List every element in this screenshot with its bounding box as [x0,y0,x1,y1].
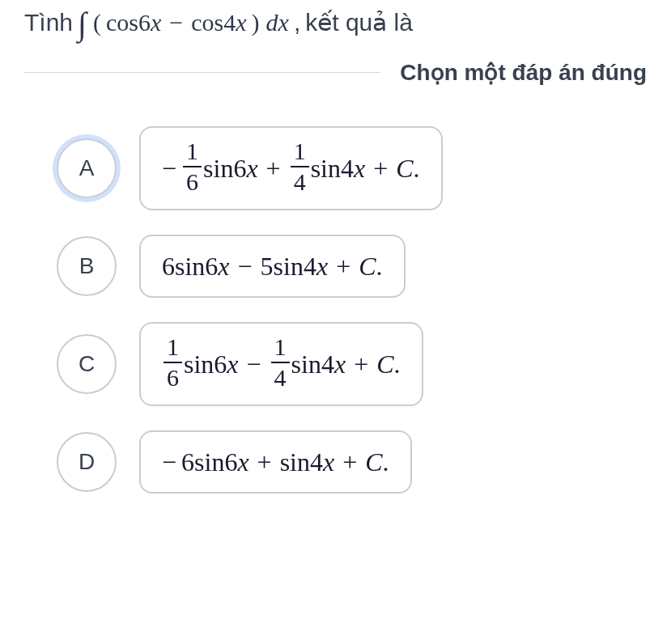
q-minus: − [169,9,183,36]
option-letter-B: B [79,253,95,279]
D-sin2-x: x [323,447,334,477]
D-sin2: sin4 [280,447,323,477]
option-row-A: A − 1 6 sin6x + 1 4 sin4x + C. [57,126,647,210]
C-sin1-x: x [227,350,238,379]
C-dot: . [394,350,401,379]
C-sin1: sin6 [184,350,227,379]
B-sin1: 6sin6 [162,252,218,282]
B-op1: − [238,252,253,282]
B-sin1-x: x [218,252,229,282]
B-C: C [359,252,376,282]
q-comma: , [294,9,300,36]
option-row-C: C 1 6 sin6x − 1 4 sin4x + C. [57,322,647,406]
C-sin2: sin4 [291,350,334,379]
A-frac2: 1 4 [291,139,309,194]
open-paren: ( [93,9,101,36]
option-row-B: B 6sin6x − 5sin4x + C. [57,235,647,298]
C-sin2-x: x [334,350,346,379]
D-op2: + [342,447,357,477]
C-frac2: 1 4 [271,335,290,390]
A-dot: . [414,154,420,184]
instruction-text: Chọn một đáp án đúng [400,59,647,86]
question-prefix: Tình [24,9,73,36]
C-frac2-num: 1 [271,335,290,363]
instruction-row: Chọn một đáp án đúng [24,59,647,86]
close-paren: ) [252,9,260,36]
D-op1: + [257,447,272,477]
B-op2: + [336,252,350,282]
option-radio-A[interactable]: A [57,138,117,198]
C-frac1: 1 6 [164,335,182,390]
A-C: C [396,154,413,184]
option-letter-C: C [79,351,95,377]
q-diff-x: x [278,9,289,36]
option-radio-B[interactable]: B [57,236,117,296]
option-letter-A: A [79,155,95,181]
A-op2: + [373,154,388,184]
C-op1: − [247,350,261,379]
D-dot: . [383,447,389,477]
A-op1: + [266,154,281,184]
option-answer-A[interactable]: − 1 6 sin6x + 1 4 sin4x + C. [139,126,443,210]
option-letter-D: D [79,449,95,475]
A-frac1-den: 6 [183,167,202,194]
A-frac2-den: 4 [291,167,309,194]
question-text: Tình ∫ ( cos6x − cos4x ) dx , kết quả là [24,8,647,36]
A-sin1: sin6 [203,154,246,184]
B-dot: . [376,252,383,282]
option-answer-B[interactable]: 6sin6x − 5sin4x + C. [139,235,406,298]
C-C: C [376,350,393,379]
A-frac2-num: 1 [291,139,309,167]
q-term2-cos: cos4 [191,9,236,36]
A-sin1-x: x [246,154,257,184]
q-term2-x: x [236,9,246,36]
divider-line [24,72,380,73]
q-term1-cos: cos6 [106,9,151,36]
integral-sign: ∫ [78,16,87,32]
A-frac1-num: 1 [183,139,202,167]
options-list: A − 1 6 sin6x + 1 4 sin4x + C. [24,126,647,494]
A-sin2-x: x [354,154,365,184]
C-op2: + [354,350,368,379]
option-radio-C[interactable]: C [57,334,117,394]
C-frac1-den: 6 [164,363,182,390]
C-frac2-den: 4 [271,363,290,390]
option-answer-C[interactable]: 1 6 sin6x − 1 4 sin4x + C. [139,322,423,406]
option-answer-D[interactable]: − 6sin6x + sin4x + C. [139,430,412,494]
B-sin2: 5sin4 [261,252,316,282]
question-integral-expression: ∫ ( cos6x − cos4x ) dx [78,9,289,36]
A-lead-neg: − [162,154,176,184]
C-frac1-num: 1 [164,335,182,363]
option-row-D: D − 6sin6x + sin4x + C. [57,430,647,494]
option-radio-D[interactable]: D [57,432,117,492]
D-sin1: 6sin6 [181,447,237,477]
A-frac1: 1 6 [183,139,202,194]
question-suffix: kết quả là [305,8,413,36]
D-sin1-x: x [237,447,248,477]
B-sin2-x: x [316,252,328,282]
A-sin2: sin4 [311,154,354,184]
q-diff-d: d [266,9,278,36]
q-term1-x: x [151,9,161,36]
D-C: C [365,447,382,477]
D-lead-neg: − [162,447,176,477]
